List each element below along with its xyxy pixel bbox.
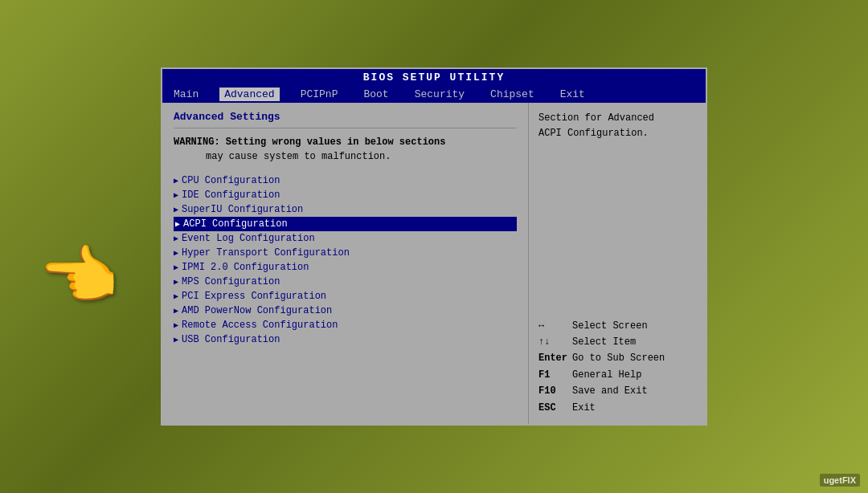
menu-item-exit[interactable]: Exit [555,88,590,101]
menu-item-security[interactable]: Security [410,88,469,101]
list-item-remoteaccess[interactable]: ▶ Remote Access Configuration [174,318,517,332]
key-help-row-f1: F1 General Help [538,367,696,383]
arrow-icon: ▶ [174,320,178,330]
list-item-label: Remote Access Configuration [182,320,338,331]
bios-content: Advanced Settings WARNING: Setting wrong… [162,103,706,424]
list-item-label: Hyper Transport Configuration [182,247,350,259]
right-info-text: Section for AdvancedACPI Configuration. [538,111,696,141]
key-desc-select-item: Select Item [572,334,636,350]
key-help-section: ↔ Select Screen ↑↓ Select Item Enter Go … [538,318,696,416]
list-item-label: IDE Configuration [182,189,280,201]
key-desc-esc: Exit [572,400,596,416]
key-help-row-select-screen: ↔ Select Screen [538,318,696,334]
menu-item-pcipnp[interactable]: PCIPnP [296,88,343,101]
key-desc-f10: Save and Exit [572,383,648,399]
list-item-pciexpress[interactable]: ▶ PCI Express Configuration [174,289,517,304]
arrow-icon: ▶ [174,176,178,185]
menu-item-advanced[interactable]: Advanced [219,88,279,101]
list-item-label: ACPI Configuration [183,218,288,230]
arrow-icon: ▶ [174,291,178,301]
arrow-icon: ▶ [174,234,178,243]
warning-text: WARNING: Setting wrong values in below s… [174,135,517,164]
list-item-amdpowernow[interactable]: ▶ AMD PowerNow Configuration [174,304,517,318]
list-item-label: Event Log Configuration [182,233,315,244]
watermark: ugetFIX [820,474,860,487]
arrow-icon: ▶ [174,248,178,258]
list-item-label: CPU Configuration [182,175,280,186]
list-item-mps[interactable]: ▶ MPS Configuration [174,275,517,289]
arrow-icon: ▶ [174,263,178,272]
list-item-ipmi[interactable]: ▶ IPMI 2.0 Configuration [174,260,517,275]
key-help-row-enter: Enter Go to Sub Screen [538,350,696,366]
key-arrows-ud: ↑↓ [538,334,567,350]
list-item-label: PCI Express Configuration [182,291,326,302]
bios-right-panel: Section for AdvancedACPI Configuration. … [529,103,706,424]
bios-window: BIOS SETUP UTILITY Main Advanced PCIPnP … [161,67,707,426]
arrow-icon: ▶ [174,335,178,344]
list-item-label: SuperIU Configuration [182,204,303,215]
bios-menu-list: ▶ CPU Configuration ▶ IDE Configuration … [174,173,517,347]
key-esc: ESC [538,400,567,416]
key-enter: Enter [538,350,567,366]
key-help-row-f10: F10 Save and Exit [538,383,696,399]
section-title: Advanced Settings [174,111,517,123]
list-item-label: AMD PowerNow Configuration [182,305,332,316]
warning-line2: may cause system to malfunction. [174,151,391,162]
list-item-hypertransport[interactable]: ▶ Hyper Transport Configuration [174,246,517,260]
key-help-row-select-item: ↑↓ Select Item [538,334,696,350]
bios-title-bar: BIOS SETUP UTILITY [162,69,706,86]
arrow-icon: ▶ [175,219,180,229]
menu-item-chipset[interactable]: Chipset [485,88,539,101]
key-help-row-esc: ESC Exit [538,400,696,416]
menu-item-boot[interactable]: Boot [358,88,393,101]
list-item-acpi[interactable]: ▶ ACPI Configuration [174,217,517,231]
divider [174,128,517,128]
arrow-icon: ▶ [174,190,178,200]
key-desc-select-screen: Select Screen [572,318,648,334]
arrow-icon: ▶ [174,205,178,214]
list-item-eventlog[interactable]: ▶ Event Log Configuration [174,231,517,246]
list-item-superiu[interactable]: ▶ SuperIU Configuration [174,202,517,217]
list-item-ide[interactable]: ▶ IDE Configuration [174,188,517,202]
hand-pointer-decoration: 👈 [39,238,119,317]
warning-line1: WARNING: Setting wrong values in below s… [174,136,445,148]
key-f10: F10 [538,383,567,399]
list-item-label: IPMI 2.0 Configuration [182,262,309,273]
list-item-usb[interactable]: ▶ USB Configuration [174,332,517,347]
key-f1: F1 [538,367,567,383]
list-item-label: MPS Configuration [182,276,280,287]
arrow-icon: ▶ [174,306,178,316]
arrow-icon: ▶ [174,277,178,287]
key-desc-f1: General Help [572,367,641,383]
bios-menu-bar: Main Advanced PCIPnP Boot Security Chips… [162,86,706,103]
menu-item-main[interactable]: Main [169,88,203,101]
list-item-label: USB Configuration [182,334,280,345]
list-item-cpu[interactable]: ▶ CPU Configuration [174,173,517,188]
bios-left-panel: Advanced Settings WARNING: Setting wrong… [162,103,529,424]
key-desc-enter: Go to Sub Screen [572,350,665,366]
key-arrows-lr: ↔ [538,318,567,334]
bios-title: BIOS SETUP UTILITY [363,71,505,84]
